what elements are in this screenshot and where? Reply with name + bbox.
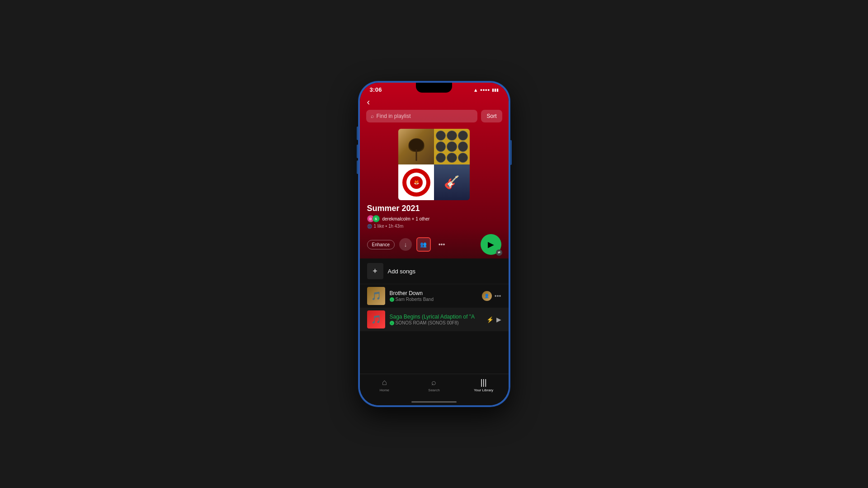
- knob: [458, 131, 468, 141]
- knob: [436, 131, 446, 141]
- home-nav-label: Home: [380, 388, 389, 392]
- nav-item-home[interactable]: ⌂ Home: [371, 378, 398, 392]
- creator-avatars: D S: [367, 215, 378, 222]
- battery-icon: ▮▮▮: [492, 88, 499, 92]
- play-button[interactable]: ▶ ⇄: [481, 234, 501, 255]
- creator-name: derekmalcolm + 1 other: [382, 216, 430, 221]
- knob: [458, 141, 468, 151]
- top-nav: ‹: [360, 95, 509, 110]
- guitar-person: 🎸: [434, 164, 470, 200]
- playlist-meta: 🌐 1 like • 1h 43m: [367, 224, 501, 229]
- play-small-icon: ▶: [496, 316, 501, 323]
- collab-icon: 👥: [420, 241, 427, 248]
- circle-mid: 🦊: [406, 173, 426, 192]
- nav-item-search[interactable]: ⌕ Search: [420, 378, 448, 392]
- songs-area: + Add songs 🎵 Brother Down ♪ Sam Roberts…: [360, 258, 509, 374]
- search-bar-row: ⌕ Find in playlist Sort: [360, 110, 509, 127]
- song-info: Brother Down ♪ Sam Roberts Band: [390, 290, 477, 302]
- shuffle-badge: ⇄: [496, 249, 502, 256]
- knob: [447, 131, 457, 141]
- library-nav-icon: |||: [481, 378, 487, 387]
- playlist-art: 🦊 🎸: [398, 129, 470, 200]
- circle-outer: 🦊: [402, 169, 430, 197]
- download-button[interactable]: ↓: [399, 238, 412, 251]
- art-cell-tree: [398, 129, 434, 164]
- song-artist: ♪ Sam Roberts Band: [390, 297, 477, 302]
- status-bar: 3:06 ▲ ●●●● ▮▮▮: [360, 83, 509, 95]
- bottom-nav: ⌂ Home ⌕ Search ||| Your Library: [360, 374, 509, 399]
- playlist-creator: D S derekmalcolm + 1 other: [367, 215, 501, 222]
- add-songs-label: Add songs: [388, 268, 415, 275]
- knob: [458, 153, 468, 163]
- circle-inner: 🦊: [410, 176, 423, 189]
- knob: [436, 153, 446, 163]
- status-time: 3:06: [370, 86, 382, 93]
- playlist-art-wrap: 🦊 🎸: [360, 127, 509, 204]
- song-info-playing: Saga Begins (Lyrical Adaption of "A ♪ SO…: [390, 314, 482, 325]
- add-songs-row[interactable]: + Add songs: [360, 258, 509, 284]
- download-icon: ↓: [404, 241, 407, 248]
- song-thumb-2: 🎵: [367, 310, 385, 328]
- knob: [447, 141, 457, 151]
- song-thumb-1: 🎵: [367, 287, 385, 305]
- notch: [416, 83, 452, 93]
- home-bar: [411, 401, 457, 403]
- home-nav-icon: ⌂: [382, 378, 387, 387]
- collab-button[interactable]: 👥: [416, 237, 431, 252]
- fox-icon: 🦊: [414, 180, 419, 185]
- search-input-wrap[interactable]: ⌕ Find in playlist: [366, 110, 478, 122]
- art-cell-circles: 🦊: [398, 164, 434, 200]
- song-avatar: 👤: [482, 291, 492, 301]
- knob: [436, 141, 446, 151]
- enhance-button[interactable]: Enhance: [367, 240, 395, 249]
- song-title: Brother Down: [390, 290, 477, 296]
- library-nav-label: Your Library: [474, 388, 493, 392]
- more-button[interactable]: •••: [435, 238, 448, 251]
- action-row: Enhance ↓ 👥 ••• ▶ ⇄: [360, 231, 509, 258]
- bluetooth-icon: ⚡: [486, 316, 494, 323]
- playlist-info: Summer 2021 D S derekmalcolm + 1 other 🌐…: [360, 204, 509, 231]
- nav-item-library[interactable]: ||| Your Library: [470, 378, 497, 392]
- phone-screen: 3:06 ▲ ●●●● ▮▮▮ ‹ ⌕ Find in playlist Sor…: [360, 83, 509, 405]
- play-icon: ▶: [488, 239, 494, 249]
- song-right-playing: ⚡ ▶: [486, 316, 501, 323]
- art-cell-guitar: 🎸: [434, 164, 470, 200]
- spotify-icon: ♪: [390, 297, 394, 302]
- song-artist-name: Sam Roberts Band: [396, 297, 434, 302]
- avatar-s: S: [373, 215, 380, 222]
- song-title-playing: Saga Begins (Lyrical Adaption of "A: [390, 314, 482, 320]
- search-icon: ⌕: [371, 113, 374, 119]
- song-more-button[interactable]: •••: [495, 292, 501, 300]
- song-right: 👤 •••: [482, 291, 501, 301]
- sort-button[interactable]: Sort: [481, 110, 502, 122]
- art-cell-knobs: [434, 129, 470, 164]
- wifi-icon: ▲: [473, 87, 478, 93]
- search-placeholder: Find in playlist: [377, 113, 411, 119]
- status-icons: ▲ ●●●● ▮▮▮: [473, 87, 499, 93]
- song-artist-name-playing: SONOS ROAM (SONOS 00F8): [396, 320, 459, 325]
- knob: [447, 153, 457, 163]
- search-nav-icon: ⌕: [431, 378, 436, 387]
- signal-icon: ●●●●: [480, 88, 490, 92]
- spotify-icon-playing: ♪: [390, 321, 394, 325]
- song-row[interactable]: 🎵 Brother Down ♪ Sam Roberts Band 👤 •••: [360, 284, 509, 308]
- song-row-playing[interactable]: 🎵 Saga Begins (Lyrical Adaption of "A ♪ …: [360, 308, 509, 331]
- playlist-meta-text: 1 like • 1h 43m: [374, 224, 404, 229]
- screen: 3:06 ▲ ●●●● ▮▮▮ ‹ ⌕ Find in playlist Sor…: [360, 83, 509, 405]
- search-nav-label: Search: [428, 388, 439, 392]
- globe-icon: 🌐: [367, 224, 372, 229]
- add-icon: +: [367, 263, 383, 279]
- back-button[interactable]: ‹: [367, 97, 380, 107]
- more-icon: •••: [439, 241, 445, 248]
- playlist-title: Summer 2021: [367, 204, 501, 213]
- song-artist-playing: ♪ SONOS ROAM (SONOS 00F8): [390, 320, 482, 325]
- home-indicator: [360, 399, 509, 405]
- phone-frame: 3:06 ▲ ●●●● ▮▮▮ ‹ ⌕ Find in playlist Sor…: [359, 81, 510, 407]
